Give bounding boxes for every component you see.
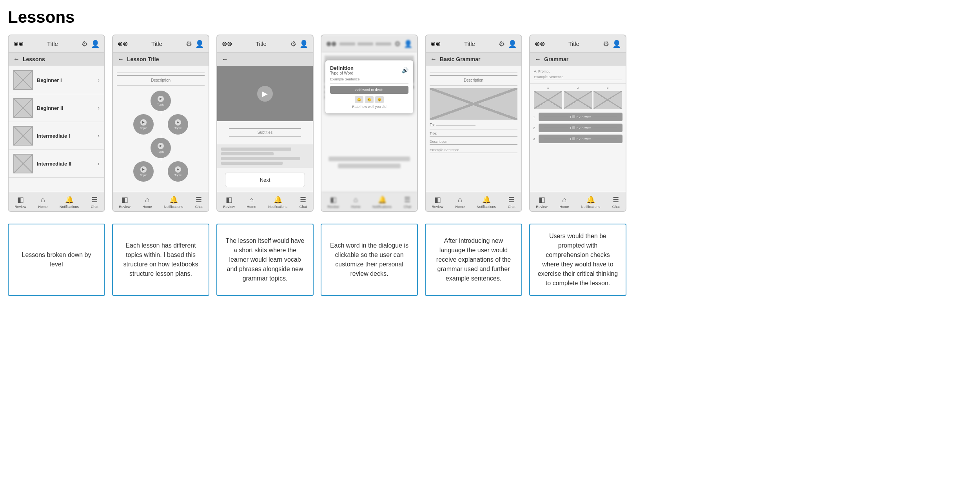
lesson-item-intermediate1[interactable]: Intermediate I › — [9, 122, 104, 150]
footer-notifications-s3[interactable]: 🔔 Notifications — [268, 195, 287, 209]
rate-label: Rate how well you did — [330, 105, 408, 109]
footer-home-s6[interactable]: ⌂ Home — [559, 196, 569, 209]
lesson-item-intermediate2[interactable]: Intermediate II › — [9, 150, 104, 178]
lesson-detail: Description ▶ Topic — [113, 66, 209, 188]
add-word-button[interactable]: Add word to deck! — [330, 86, 408, 94]
footer-chat-s6[interactable]: ☰ Chat — [612, 195, 620, 209]
choice-image-1[interactable] — [534, 91, 562, 109]
footer-review-s2[interactable]: ◧ Review — [119, 195, 131, 209]
footer-notifications-s5[interactable]: 🔔 Notifications — [477, 195, 496, 209]
back-arrow-icon-s6[interactable]: ← — [535, 56, 541, 63]
fill-answer-item-2: 2 Fill in Answer — [533, 124, 622, 132]
notifications-icon: 🔔 — [65, 195, 74, 204]
footer-home[interactable]: ⌂ Home — [38, 196, 47, 209]
footer-home-s5[interactable]: ⌂ Home — [455, 196, 465, 209]
close-icon-s6[interactable]: ⊗ — [535, 40, 545, 47]
topic-circle-4[interactable]: ▶ Topic — [151, 138, 171, 158]
back-arrow-icon-s2[interactable]: ← — [118, 56, 124, 63]
grammar-content: Description Ex: Title: Description Examp… — [426, 66, 521, 160]
screen1-header: ⊗ Title ⚙ 👤 — [9, 35, 104, 53]
screens-row: ⊗ Title ⚙ 👤 ← Lessons Beginner I › — [8, 35, 972, 212]
topic-circle-3[interactable]: ▶ Topic — [168, 114, 188, 135]
lesson-text-4: Intermediate II — [37, 161, 94, 167]
close-icon-s5[interactable]: ⊗ — [430, 40, 441, 47]
choice-num-2: 2 — [564, 86, 592, 89]
review-label-s4: Review — [327, 205, 339, 209]
footer-review-s3[interactable]: ◧ Review — [223, 195, 235, 209]
screen3-nav: ← — [217, 53, 313, 66]
footer-home-s2[interactable]: ⌂ Home — [142, 196, 152, 209]
close-icon[interactable]: ⊗ — [13, 40, 24, 47]
definition-title: Definition Type of Word — [330, 65, 354, 75]
close-icon-s2[interactable]: ⊗ — [118, 40, 128, 47]
footer-review-s5[interactable]: ◧ Review — [432, 195, 443, 209]
footer-chat[interactable]: ☰ Chat — [91, 195, 98, 209]
footer-chat-s5[interactable]: ☰ Chat — [508, 195, 515, 209]
subtitles-label: Subtitles — [221, 130, 309, 135]
back-arrow-icon-s5[interactable]: ← — [430, 56, 437, 63]
topic-circle-6[interactable]: ▶ Topic — [168, 161, 188, 182]
vocab-section — [217, 144, 313, 168]
video-play-button[interactable]: ▶ — [257, 86, 273, 102]
notifications-icon-s5: 🔔 — [482, 195, 491, 204]
nav-title-s2: Lesson Title — [127, 56, 159, 62]
close-icon-s3[interactable]: ⊗ — [222, 40, 232, 47]
footer-notifications-s6[interactable]: 🔔 Notifications — [581, 195, 600, 209]
fill-answer-button-2[interactable]: Fill in Answer — [539, 124, 622, 132]
rating-icon-2[interactable]: 😐 — [365, 96, 374, 103]
gear-icon-s2[interactable]: ⚙ — [186, 40, 192, 48]
user-icon-s2[interactable]: 👤 — [195, 40, 204, 48]
fill-answer-item-3: 3 Fill in Answer — [533, 135, 622, 143]
lesson-name-4: Intermediate II — [37, 161, 94, 167]
screen4-footer: ◧ Review ⌂ Home 🔔 Notifications ☰ Chat — [321, 192, 417, 211]
topic-circle-2[interactable]: ▶ Topic — [133, 114, 154, 135]
user-icon[interactable]: 👤 — [91, 40, 100, 48]
vocab-line-1 — [221, 148, 291, 151]
lesson-item-beginner1[interactable]: Beginner I › — [9, 66, 104, 94]
footer-home-s3[interactable]: ⌂ Home — [247, 196, 256, 209]
topic-circle-1[interactable]: ▶ Topic — [151, 91, 171, 111]
lesson-name-1: Beginner I — [37, 77, 94, 83]
lesson-thumb-3 — [13, 126, 33, 146]
topic-circle-5[interactable]: ▶ Topic — [133, 161, 154, 182]
back-arrow-icon[interactable]: ← — [13, 56, 20, 63]
video-player[interactable]: ▶ — [217, 66, 313, 121]
caption-6: Users would then be prompted with compre… — [529, 224, 626, 296]
footer-chat-s3[interactable]: ☰ Chat — [299, 195, 307, 209]
user-icon-s6[interactable]: 👤 — [612, 40, 621, 48]
rating-icon-1[interactable]: 😞 — [355, 96, 363, 103]
speaker-icon[interactable]: 🔊 — [402, 67, 408, 73]
desc-label-s5: Description — [430, 78, 517, 82]
gear-icon[interactable]: ⚙ — [82, 40, 88, 48]
gear-icon-s6[interactable]: ⚙ — [603, 40, 609, 48]
footer-notifications-s2[interactable]: 🔔 Notifications — [164, 195, 183, 209]
next-button[interactable]: Next — [225, 173, 305, 187]
play-icon-1: ▶ — [158, 96, 164, 102]
caption-1: Lessons broken down by level — [8, 224, 105, 296]
home-icon-s6: ⌂ — [562, 196, 566, 204]
footer-chat-s2[interactable]: ☰ Chat — [195, 195, 203, 209]
back-arrow-icon-s3[interactable]: ← — [222, 56, 228, 63]
header-icons-s4: ⚙ 👤 — [394, 40, 412, 48]
footer-review[interactable]: ◧ Review — [15, 195, 26, 209]
caption-3: The lesson itself would have a short ski… — [216, 224, 314, 296]
choice-image-2[interactable] — [564, 91, 592, 109]
user-icon-s3[interactable]: 👤 — [299, 40, 308, 48]
review-label-s3: Review — [223, 205, 235, 209]
lessons-nav: ← Lessons — [9, 53, 104, 66]
gear-icon-s3[interactable]: ⚙ — [290, 40, 296, 48]
footer-review-s6[interactable]: ◧ Review — [536, 195, 548, 209]
footer-notifications[interactable]: 🔔 Notifications — [60, 195, 79, 209]
screen2-content: ← Lesson Title Description ▶ Topic — [113, 53, 209, 192]
user-icon-s5[interactable]: 👤 — [508, 40, 517, 48]
lesson-item-beginner2[interactable]: Beginner II › — [9, 94, 104, 122]
fill-answer-button-3[interactable]: Fill in Answer — [539, 135, 622, 143]
gear-icon-s5[interactable]: ⚙ — [499, 40, 505, 48]
review-icon-s4: ◧ — [330, 195, 337, 204]
fill-answer-button-1[interactable]: Fill in Answer — [539, 113, 622, 121]
screen2-header: ⊗ Title ⚙ 👤 — [113, 35, 209, 53]
choice-image-3[interactable] — [593, 91, 622, 109]
caption-2: Each lesson has different topics within.… — [112, 224, 209, 296]
rating-icon-3[interactable]: 😊 — [375, 96, 384, 103]
vocab-line-2 — [221, 152, 274, 155]
